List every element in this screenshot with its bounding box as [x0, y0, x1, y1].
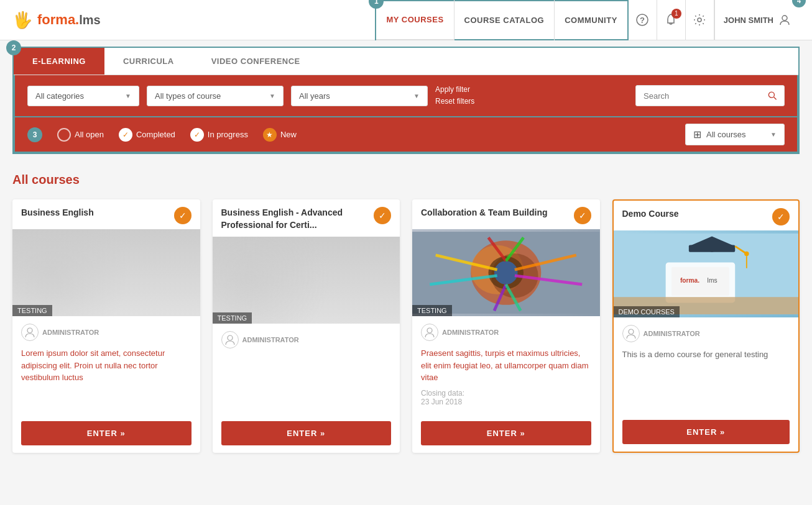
avatar-icon	[778, 14, 791, 26]
user-menu[interactable]: JOHN SMITH 4	[714, 0, 800, 40]
year-filter[interactable]: All years ▼	[291, 86, 428, 106]
notifications-button[interactable]: 1	[657, 0, 686, 40]
main-nav: 1 MY COURSES COURSE CATALOG COMMUNITY ? …	[375, 0, 800, 40]
svg-point-15	[50, 262, 62, 273]
closing-date-2: Closing data:23 Jun 2018	[421, 389, 591, 406]
notification-badge: 1	[671, 9, 681, 19]
author-icon-0	[21, 324, 39, 341]
svg-text:forma.: forma.	[680, 277, 699, 284]
tab-curricula[interactable]: CURRICULA	[104, 48, 193, 75]
course-body-3: ADMINISTRATOR This is a demo course for …	[614, 317, 799, 412]
svg-point-8	[95, 241, 188, 294]
course-author-3: ADMINISTRATOR	[622, 325, 790, 342]
course-author-2: ADMINISTRATOR	[421, 324, 591, 341]
open-circle-icon	[57, 128, 71, 142]
search-box[interactable]	[635, 85, 785, 106]
svg-point-44	[427, 328, 432, 333]
svg-point-56	[629, 329, 634, 334]
svg-rect-26	[271, 275, 283, 293]
status-in-progress[interactable]: ✓ In progress	[190, 128, 248, 142]
svg-point-35	[494, 262, 518, 285]
check-badge-0: ✓	[174, 207, 191, 224]
svg-point-19	[27, 328, 32, 333]
person-icon	[24, 327, 35, 338]
enter-button-3[interactable]: ENTER »	[622, 420, 790, 444]
new-star-icon: ★	[263, 128, 277, 142]
course-footer-0: ENTER »	[12, 414, 200, 453]
type-filter[interactable]: All types of course ▼	[147, 86, 284, 106]
dropdown-chevron-icon: ▼	[770, 131, 777, 138]
logo[interactable]: 🖐 forma.lms	[12, 11, 101, 30]
course-tag-0: TESTING	[12, 305, 52, 316]
course-image-3: forma. lms DEMO COURSES	[614, 230, 799, 317]
enter-button-1[interactable]: ENTER »	[221, 421, 392, 445]
nav-course-catalog[interactable]: COURSE CATALOG	[454, 0, 555, 40]
course-desc-0: Lorem ipsum dolor sit amet, consectetur …	[21, 347, 191, 384]
svg-rect-16	[52, 273, 61, 288]
svg-point-13	[129, 254, 143, 268]
course-title-2: Collaboration & Team Building	[421, 207, 569, 219]
person-icon-4	[625, 328, 637, 339]
status-completed[interactable]: ✓ Completed	[119, 128, 175, 142]
course-author-1: ADMINISTRATOR	[221, 331, 392, 348]
tab-elearning[interactable]: E-LEARNING	[14, 48, 104, 75]
section-title: All courses	[12, 173, 800, 187]
svg-point-21	[218, 250, 300, 309]
logo-text: forma.lms	[37, 12, 101, 28]
step4-badge: 4	[792, 0, 806, 7]
course-tag-3: DEMO COURSES	[614, 306, 680, 317]
tab-video-conference[interactable]: VIDEO CONFERENCE	[193, 48, 319, 75]
svg-rect-28	[330, 275, 341, 293]
svg-text:?: ?	[640, 16, 645, 25]
apply-filters-group: Apply filter Reset filters	[435, 84, 474, 107]
course-desc-3: This is a demo course for general testin…	[622, 348, 790, 361]
chevron-down-icon: ▼	[125, 93, 131, 99]
chevron-down-icon: ▼	[413, 93, 420, 99]
settings-button[interactable]	[686, 0, 714, 40]
svg-point-4	[768, 92, 774, 98]
author-icon-2	[421, 324, 438, 341]
course-tag-1: TESTING	[213, 312, 252, 324]
search-input[interactable]	[644, 91, 764, 101]
svg-point-3	[782, 16, 787, 20]
category-filter[interactable]: All categories ▼	[27, 86, 139, 106]
svg-point-25	[270, 261, 284, 275]
nav-my-courses[interactable]: MY COURSES	[376, 0, 454, 40]
courses-type-dropdown[interactable]: ⊞ All courses ▼	[685, 124, 785, 145]
enter-button-0[interactable]: ENTER »	[21, 421, 191, 445]
course-header-1: Business English - Advanced Professional…	[213, 199, 400, 236]
help-button[interactable]: ?	[629, 0, 657, 40]
svg-point-2	[698, 18, 701, 22]
enter-button-2[interactable]: ENTER »	[421, 421, 591, 445]
apply-filter-link[interactable]: Apply filter	[435, 84, 474, 96]
svg-point-11	[70, 254, 84, 268]
course-body-1: ADMINISTRATOR	[213, 324, 400, 414]
svg-rect-12	[71, 268, 83, 286]
check-badge-2: ✓	[574, 207, 591, 224]
svg-rect-20	[213, 239, 400, 321]
reset-filters-link[interactable]: Reset filters	[435, 96, 474, 107]
chevron-down-icon: ▼	[269, 93, 275, 99]
logo-lms: lms	[79, 13, 100, 27]
svg-text:lms: lms	[707, 277, 717, 284]
course-header-2: Collaboration & Team Building ✓	[412, 199, 600, 229]
search-icon	[768, 91, 777, 101]
svg-line-5	[773, 97, 776, 99]
collab-svg	[412, 229, 600, 316]
course-section-wrapper: 2 E-LEARNING CURRICULA VIDEO CONFERENCE …	[12, 47, 800, 154]
gear-icon	[693, 14, 706, 26]
status-new[interactable]: ★ New	[263, 128, 297, 142]
nav-community[interactable]: COMMUNITY	[555, 0, 627, 40]
course-title-3: Demo Course	[622, 208, 768, 221]
svg-rect-24	[299, 271, 313, 292]
filter-bar: All categories ▼ All types of course ▼ A…	[14, 75, 798, 117]
courses-grid: Business English ✓	[12, 199, 800, 453]
course-image-0: TESTING	[12, 229, 200, 316]
logo-brand: forma.	[37, 12, 79, 27]
status-all-open[interactable]: All open	[57, 128, 104, 142]
course-card-2: Collaboration & Team Building ✓	[412, 199, 600, 453]
svg-rect-10	[99, 265, 113, 285]
svg-point-17	[150, 262, 162, 273]
completed-check-icon: ✓	[119, 128, 132, 142]
step3-indicator: 3	[27, 127, 42, 142]
